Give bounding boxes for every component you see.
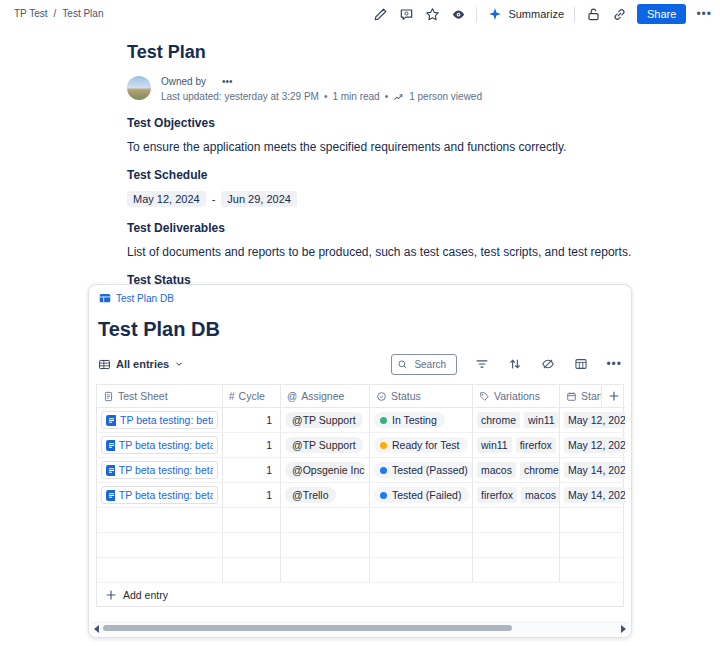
test-sheet-link[interactable]: TP beta testing: beta5 (101, 411, 218, 429)
cell-cycle[interactable]: 1 (223, 408, 281, 433)
status-circle-icon (376, 391, 387, 402)
date-range-separator: - (212, 193, 216, 205)
column-header-test-sheet[interactable]: Test Sheet (97, 385, 223, 408)
owner-more-icon[interactable]: ••• (222, 76, 233, 87)
summarize-button[interactable]: Summarize (487, 6, 564, 22)
cell-variations[interactable]: macos chrome (473, 458, 560, 483)
filter-icon[interactable] (474, 356, 490, 372)
embed-source-link[interactable]: Test Plan DB (89, 285, 631, 304)
empty-row[interactable] (97, 533, 623, 558)
search-input[interactable] (412, 358, 451, 371)
cell-status[interactable]: Ready for Test (370, 433, 473, 458)
cell-cycle[interactable]: 1 (223, 483, 281, 508)
cell-start-date[interactable]: May 14, 2024 (560, 483, 625, 508)
more-actions-icon[interactable]: ••• (696, 8, 712, 20)
top-toolbar: Summarize Share ••• (372, 3, 712, 25)
cell-variations[interactable]: firerfox macos (473, 483, 560, 508)
byline: Owned by ••• Last updated: yesterday at … (127, 76, 687, 102)
page-doc-icon (106, 465, 115, 476)
grid-view-icon (98, 358, 111, 371)
scroll-left-arrow-icon[interactable] (94, 625, 99, 633)
column-label: Status (391, 390, 421, 402)
database-title: Test Plan DB (89, 318, 631, 341)
cell-test-sheet: TP beta testing: beta5 (97, 408, 223, 433)
cell-status[interactable]: Tested (Passed) (370, 458, 473, 483)
cell-assignee[interactable]: @TP Support (281, 433, 370, 458)
layout-table-icon[interactable] (573, 356, 589, 372)
owner-avatar[interactable] (127, 76, 151, 100)
add-entry-label: Add entry (123, 589, 168, 601)
cell-start-date[interactable]: May 12, 2024 (560, 408, 625, 433)
add-entry-button[interactable]: Add entry (97, 583, 623, 607)
cell-test-sheet: TP beta testing: beta5 (... (97, 458, 223, 483)
search-box[interactable] (391, 354, 457, 375)
column-header-assignee[interactable]: @ Assignee (281, 385, 370, 408)
cell-cycle[interactable]: 1 (223, 433, 281, 458)
page-title: Test Plan (127, 42, 687, 63)
scrollbar-thumb[interactable] (103, 625, 512, 631)
cell-status[interactable]: Tested (Failed) (370, 483, 473, 508)
views-text[interactable]: 1 person viewed (409, 91, 482, 102)
empty-row[interactable] (97, 508, 623, 533)
embed-label-text: Test Plan DB (116, 293, 174, 304)
status-dot (380, 442, 387, 449)
cell-assignee[interactable]: @Trello (281, 483, 370, 508)
last-updated-text[interactable]: Last updated: yesterday at 3:29 PM (161, 91, 319, 102)
cell-start-date[interactable]: May 14, 2024 (560, 458, 625, 483)
schedule-end-date[interactable]: Jun 29, 2024 (221, 191, 297, 207)
link-icon[interactable] (611, 6, 627, 22)
column-header-status[interactable]: Status (370, 385, 473, 408)
share-button[interactable]: Share (637, 4, 686, 24)
test-sheet-link[interactable]: TP beta testing: beta5 (... (101, 461, 218, 479)
test-sheet-link[interactable]: TP beta testing: beta5 (... (101, 436, 218, 454)
table-header-row: Test Sheet # Cycle @ Assignee Status V (97, 385, 623, 408)
breadcrumb-page-link[interactable]: Test Plan (62, 8, 103, 19)
test-sheet-link[interactable]: TP beta testing: beta5 (... (101, 486, 218, 504)
empty-row[interactable] (97, 558, 623, 583)
horizontal-scrollbar[interactable] (91, 622, 629, 633)
breadcrumb-separator: / (54, 8, 57, 19)
breadcrumb-space-link[interactable]: TP Test (14, 8, 48, 19)
status-dot (380, 467, 387, 474)
unlock-icon[interactable] (585, 6, 601, 22)
cell-assignee[interactable]: @TP Support (281, 408, 370, 433)
column-label: Cycle (239, 390, 265, 402)
hide-fields-icon[interactable] (540, 356, 556, 372)
comment-icon[interactable] (398, 6, 414, 22)
owned-by-label: Owned by (161, 76, 206, 87)
page-doc-icon (106, 440, 115, 451)
byline-separator: • (385, 91, 389, 102)
sort-icon[interactable] (507, 356, 523, 372)
cell-status[interactable]: In Testing (370, 408, 473, 433)
edit-icon[interactable] (372, 6, 388, 22)
column-header-cycle[interactable]: # Cycle (223, 385, 281, 408)
plus-icon (105, 589, 117, 601)
watch-eye-icon[interactable] (450, 6, 466, 22)
cell-variations[interactable]: chrome win11 (473, 408, 560, 433)
number-hash-icon: # (229, 391, 235, 402)
scroll-right-arrow-icon[interactable] (621, 625, 626, 633)
document-icon (103, 391, 114, 402)
star-icon[interactable] (424, 6, 440, 22)
toolbar-divider (476, 7, 477, 22)
add-column-button[interactable] (602, 385, 625, 408)
column-header-start[interactable]: Start (560, 385, 602, 408)
cell-variations[interactable]: win11 firerfox (473, 433, 560, 458)
table-more-icon[interactable]: ••• (606, 358, 622, 370)
cell-assignee[interactable]: @Opsgenie Inci... (281, 458, 370, 483)
cell-start-date[interactable]: May 12, 2024 (560, 433, 625, 458)
view-selector[interactable]: All entries (98, 358, 184, 371)
cell-cycle[interactable]: 1 (223, 458, 281, 483)
column-header-variations[interactable]: Variations (473, 385, 560, 408)
database-table: Test Sheet # Cycle @ Assignee Status V (96, 384, 624, 607)
schedule-start-date[interactable]: May 12, 2024 (127, 191, 206, 207)
summarize-label: Summarize (508, 8, 564, 20)
calendar-icon (566, 391, 577, 402)
ai-sparkle-icon (487, 6, 503, 22)
column-label: Start (581, 390, 602, 402)
column-label: Assignee (301, 390, 344, 402)
breadcrumb: TP Test / Test Plan (14, 8, 103, 19)
column-label: Test Sheet (118, 390, 168, 402)
search-icon (397, 359, 408, 370)
page-doc-icon (106, 415, 116, 426)
